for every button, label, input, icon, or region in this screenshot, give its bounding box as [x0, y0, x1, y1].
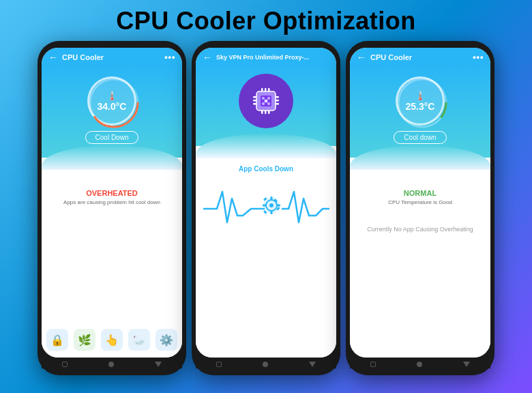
svg-point-23	[269, 203, 274, 207]
phone-1-topbar: ← CPU Cooler ●●●	[42, 48, 182, 67]
phone-3-title: CPU Cooler	[370, 53, 469, 61]
heartbeat-container	[203, 185, 329, 226]
svg-rect-12	[268, 88, 270, 91]
phone-1-title: CPU Cooler	[62, 53, 160, 61]
app-cools-label: App Cools Down	[239, 165, 293, 173]
thermometer-circle-1: 🌡️ 34.0°C	[87, 76, 136, 126]
vpn-circle	[239, 74, 293, 128]
nav-square-2	[216, 362, 222, 367]
phone-3: ← CPU Cooler ●●● 🌡️ 25.3°C Cool down NOR…	[346, 41, 494, 375]
nav-triangle-2	[309, 362, 316, 367]
icon-bird[interactable]: 🦢	[128, 329, 150, 351]
phone-3-screen: ← CPU Cooler ●●● 🌡️ 25.3°C Cool down NOR…	[350, 48, 490, 358]
phone-3-blue-section: 🌡️ 25.3°C Cool down	[350, 67, 490, 158]
phone-1-nav	[42, 358, 182, 368]
back-arrow-icon[interactable]: ←	[48, 52, 58, 63]
svg-rect-24	[270, 196, 272, 200]
phone-3-nav	[350, 358, 490, 368]
svg-rect-5	[253, 100, 256, 102]
svg-rect-4	[253, 96, 256, 98]
icon-touch[interactable]: 👆	[101, 329, 123, 351]
phone-2-screen: ← Sky VPN Pro Unlimited Proxy-...	[196, 48, 336, 358]
svg-rect-15	[268, 111, 270, 114]
svg-rect-8	[276, 100, 279, 102]
svg-rect-25	[270, 211, 272, 214]
svg-rect-7	[276, 96, 279, 98]
nav-dot-1	[108, 362, 114, 367]
signal-icon-3: ●●●	[473, 54, 484, 61]
nav-triangle-3	[463, 362, 470, 367]
phone-3-topbar: ← CPU Cooler ●●●	[350, 48, 490, 67]
svg-rect-14	[265, 111, 267, 114]
phone-2-vpn-section	[196, 67, 336, 146]
phones-container: ← CPU Cooler ●●● 🌡️ 34.0°C Cool Down OVE…	[31, 41, 501, 375]
svg-rect-11	[265, 88, 267, 91]
phone-2-title: Sky VPN Pro Unlimited Proxy-...	[216, 54, 329, 61]
status-sub-3: CPU Temperature is Good	[357, 199, 484, 205]
phone-2: ← Sky VPN Pro Unlimited Proxy-...	[192, 41, 340, 375]
status-label-3: NORMAL	[357, 189, 484, 197]
svg-point-17	[267, 97, 270, 100]
phone-1-screen: ← CPU Cooler ●●● 🌡️ 34.0°C Cool Down OVE…	[42, 48, 182, 358]
svg-rect-13	[261, 111, 263, 114]
back-arrow-icon-3[interactable]: ←	[357, 52, 366, 63]
nav-square-1	[62, 362, 68, 367]
no-app-msg: Currently No App Causing Overheating	[367, 226, 473, 233]
svg-rect-6	[253, 103, 256, 105]
nav-triangle-1	[155, 362, 162, 367]
phone-2-white-section: App Cools Down	[196, 146, 336, 358]
thermometer-circle-3: 🌡️ 25.3°C	[396, 76, 445, 126]
svg-point-19	[267, 102, 270, 105]
svg-rect-9	[276, 103, 279, 105]
nav-dot-2	[263, 362, 268, 367]
cool-down-button-3[interactable]: Cool down	[394, 131, 446, 144]
signal-icon: ●●●	[164, 54, 175, 61]
svg-rect-26	[277, 205, 280, 207]
back-arrow-icon-2[interactable]: ←	[203, 52, 212, 63]
svg-rect-10	[261, 88, 263, 91]
cool-down-button-1[interactable]: Cool Down	[85, 131, 139, 144]
status-label-1: OVERHEATED	[48, 189, 175, 197]
status-sub-1: Apps are causing problem hit cool down	[48, 199, 175, 205]
nav-dot-3	[417, 362, 422, 367]
svg-point-32	[398, 79, 446, 127]
svg-rect-27	[263, 205, 266, 207]
phone-1-white-section: OVERHEATED Apps are causing problem hit …	[42, 158, 182, 358]
page-title: CPU Cooler Optimization	[116, 0, 416, 41]
svg-point-18	[262, 102, 265, 105]
phone-2-nav	[196, 358, 336, 368]
phone-1: ← CPU Cooler ●●● 🌡️ 34.0°C Cool Down OVE…	[38, 41, 186, 375]
phone-1-blue-section: 🌡️ 34.0°C Cool Down	[42, 67, 182, 158]
icon-gear[interactable]: ⚙️	[156, 329, 177, 351]
icon-lock[interactable]: 🔒	[46, 329, 68, 351]
svg-point-20	[265, 100, 268, 103]
icon-leaf[interactable]: 🌿	[74, 329, 95, 351]
svg-point-16	[262, 97, 265, 100]
nav-square-3	[370, 362, 376, 367]
app-icons-row-1: 🔒 🌿 👆 🦢 ⚙️	[46, 329, 177, 351]
phone-3-white-section: NORMAL CPU Temperature is Good Currently…	[350, 158, 490, 358]
phone-2-topbar: ← Sky VPN Pro Unlimited Proxy-...	[196, 48, 336, 67]
